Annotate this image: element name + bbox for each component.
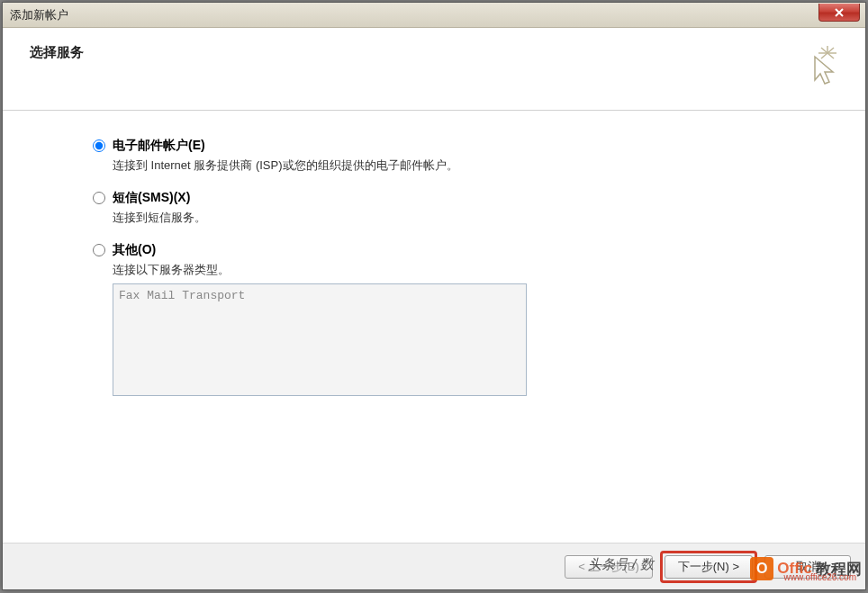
radio-label-sms: 短信(SMS)(X): [113, 190, 190, 206]
dialog-content: 电子邮件帐户(E) 连接到 Internet 服务提供商 (ISP)或您的组织提…: [3, 111, 865, 535]
option-email: 电子邮件帐户(E) 连接到 Internet 服务提供商 (ISP)或您的组织提…: [93, 138, 811, 174]
radio-desc-other: 连接以下服务器类型。: [113, 262, 811, 278]
radio-desc-sms: 连接到短信服务。: [113, 210, 811, 226]
list-item[interactable]: Fax Mail Transport: [119, 288, 520, 303]
next-button-highlight: 下一步(N) >: [660, 551, 757, 583]
option-other: 其他(O) 连接以下服务器类型。 Fax Mail Transport: [93, 242, 811, 396]
option-sms: 短信(SMS)(X) 连接到短信服务。: [93, 190, 811, 226]
dialog-window: 添加新帐户 选择服务 电子邮件帐户(E) 连接到 Internet 服务提供商: [2, 2, 866, 590]
radio-row-other[interactable]: 其他(O): [93, 242, 811, 258]
radio-desc-email: 连接到 Internet 服务提供商 (ISP)或您的组织提供的电子邮件帐户。: [113, 157, 811, 174]
radio-sms[interactable]: [93, 192, 105, 204]
titlebar: 添加新帐户: [3, 3, 865, 28]
cancel-button[interactable]: 取消: [764, 555, 851, 579]
back-button[interactable]: < 上一步(B): [565, 555, 653, 579]
cursor-star-icon: [802, 44, 838, 85]
radio-label-other: 其他(O): [113, 242, 156, 258]
close-icon: [834, 8, 845, 17]
radio-label-email: 电子邮件帐户(E): [113, 138, 205, 154]
radio-email[interactable]: [93, 139, 105, 152]
radio-row-sms[interactable]: 短信(SMS)(X): [93, 190, 811, 206]
dialog-footer: < 上一步(B) 下一步(N) > 取消: [3, 543, 865, 589]
server-type-listbox[interactable]: Fax Mail Transport: [113, 283, 527, 396]
dialog-header: 选择服务: [3, 28, 865, 111]
window-title: 添加新帐户: [10, 7, 68, 23]
radio-row-email[interactable]: 电子邮件帐户(E): [93, 138, 811, 154]
header-title: 选择服务: [30, 44, 84, 61]
next-button[interactable]: 下一步(N) >: [665, 555, 753, 579]
radio-other[interactable]: [93, 244, 105, 256]
close-button[interactable]: [818, 4, 860, 22]
